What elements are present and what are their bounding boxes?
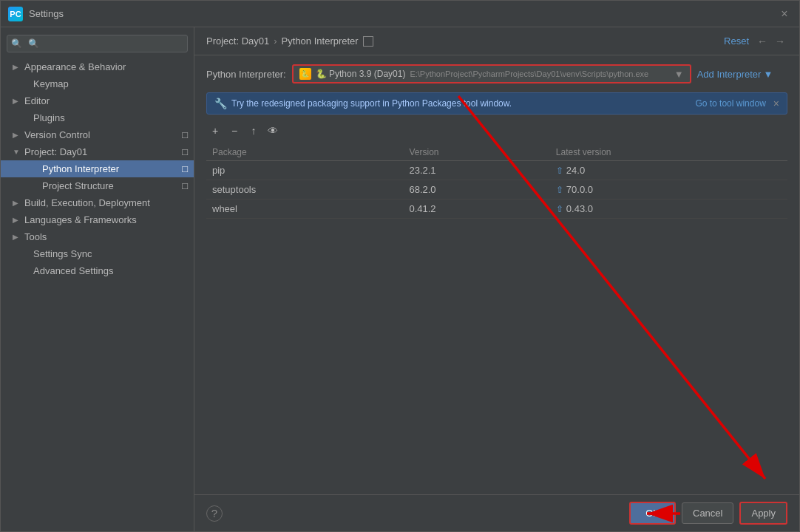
- interpreter-row: Python Interpreter: 🐍 🐍 Python 3.9 (Day0…: [206, 64, 787, 83]
- folder-icon: □: [182, 163, 188, 174]
- up-package-button[interactable]: ↑: [245, 122, 262, 140]
- toolbar: + − ↑ 👁: [206, 122, 787, 140]
- sidebar-item-label: Appearance & Behavior: [24, 61, 126, 72]
- latest-version-value: 24.0: [566, 165, 585, 176]
- sidebar-item-project[interactable]: ▼ Project: Day01 □: [1, 143, 194, 160]
- package-name: pip: [206, 161, 403, 180]
- package-latest-version: ⇧ 24.0: [550, 161, 787, 180]
- arrow-icon: ▶: [13, 216, 21, 224]
- dropdown-arrow-icon: ▼: [674, 69, 684, 80]
- sidebar-item-label: Python Interpreter: [42, 163, 119, 174]
- sidebar-item-languages[interactable]: ▶ Languages & Frameworks: [1, 211, 194, 228]
- sidebar-item-label: Tools: [24, 231, 47, 242]
- search-box[interactable]: 🔍: [7, 35, 188, 52]
- breadcrumb-bar: Project: Day01 › Python Interpreter Rese…: [194, 27, 799, 55]
- nav-arrows: ← →: [755, 34, 787, 49]
- close-button[interactable]: ×: [777, 7, 792, 21]
- search-icon: 🔍: [11, 38, 22, 49]
- add-package-button[interactable]: +: [206, 122, 224, 140]
- package-table: Package Version Latest version pip 23.2.…: [206, 144, 787, 219]
- sidebar-item-appearance[interactable]: ▶ Appearance & Behavior: [1, 58, 194, 75]
- sidebar-item-settings-sync[interactable]: Settings Sync: [1, 245, 194, 262]
- sidebar-item-advanced-settings[interactable]: Advanced Settings: [1, 262, 194, 279]
- sidebar-item-editor[interactable]: ▶ Editor: [1, 92, 194, 109]
- arrow-icon: ▶: [13, 131, 21, 139]
- sidebar-item-label: Build, Execution, Deployment: [24, 197, 150, 208]
- sidebar-item-tools[interactable]: ▶ Tools: [1, 228, 194, 245]
- package-name: setuptools: [206, 180, 403, 200]
- arrow-icon: ▼: [13, 148, 21, 156]
- right-panel: Project: Day01 › Python Interpreter Rese…: [194, 27, 799, 531]
- sidebar-item-build[interactable]: ▶ Build, Execution, Deployment: [1, 194, 194, 211]
- package-version: 23.2.1: [403, 161, 549, 180]
- package-latest-version: ⇧ 0.43.0: [550, 200, 787, 219]
- sidebar-item-label: Settings Sync: [33, 248, 92, 259]
- sidebar-item-label: Editor: [24, 95, 50, 106]
- cancel-button[interactable]: Cancel: [682, 502, 733, 524]
- sidebar-item-python-interpreter[interactable]: Python Interpreter □: [1, 160, 194, 177]
- sidebar-item-label: Languages & Frameworks: [24, 214, 137, 225]
- col-header-package: Package: [206, 144, 403, 161]
- breadcrumb-project: Project: Day01: [206, 35, 269, 47]
- latest-version-value: 70.0.0: [566, 184, 593, 195]
- folder-icon: □: [182, 180, 188, 191]
- info-bar-left: 🔧 Try the redesigned packaging support i…: [214, 98, 512, 109]
- sidebar-item-label: Project Structure: [42, 180, 114, 191]
- package-version: 68.2.0: [403, 180, 549, 200]
- remove-package-button[interactable]: −: [226, 122, 243, 140]
- nav-forward-button[interactable]: →: [773, 34, 787, 49]
- app-icon: PC: [8, 7, 23, 21]
- browse-package-button[interactable]: 👁: [264, 122, 282, 140]
- interpreter-dropdown[interactable]: 🐍 🐍 Python 3.9 (Day01) E:\PythonProject\…: [292, 64, 691, 83]
- footer-bar: ? OK Cancel Apply: [194, 494, 799, 531]
- dialog-title: Settings: [29, 8, 64, 19]
- folder-icon: □: [182, 146, 188, 157]
- help-button[interactable]: ?: [206, 505, 223, 522]
- sidebar-item-label: Keymap: [33, 78, 69, 89]
- upgrade-arrow-icon: ⇧: [556, 166, 563, 176]
- table-row[interactable]: wheel 0.41.2 ⇧ 0.43.0: [206, 200, 787, 219]
- col-header-latest: Latest version: [550, 144, 787, 161]
- interpreter-label: Python Interpreter:: [206, 69, 286, 80]
- sidebar-item-plugins[interactable]: Plugins: [1, 109, 194, 126]
- package-latest-version: ⇧ 70.0.0: [550, 180, 787, 200]
- info-bar: 🔧 Try the redesigned packaging support i…: [206, 92, 787, 115]
- sidebar-item-label: Project: Day01: [24, 146, 87, 157]
- arrow-icon: ▶: [13, 97, 21, 105]
- goto-tool-window-link[interactable]: Go to tool window: [695, 98, 765, 109]
- breadcrumb-separator: ›: [274, 35, 277, 47]
- add-interpreter-button[interactable]: Add Interpreter ▼: [697, 69, 773, 80]
- upgrade-arrow-icon: ⇧: [556, 185, 563, 195]
- package-version: 0.41.2: [403, 200, 549, 219]
- sidebar-item-version-control[interactable]: ▶ Version Control □: [1, 126, 194, 143]
- sidebar-item-label: Version Control: [24, 129, 90, 140]
- info-icon: 🔧: [214, 98, 227, 109]
- reset-button[interactable]: Reset: [724, 35, 749, 47]
- ok-button[interactable]: OK: [629, 502, 676, 525]
- info-close-button[interactable]: ×: [773, 98, 779, 109]
- footer-left: ?: [206, 505, 223, 522]
- sidebar-item-project-structure[interactable]: Project Structure □: [1, 177, 194, 194]
- col-header-version: Version: [403, 144, 549, 161]
- sidebar: 🔍 ▶ Appearance & Behavior Keymap ▶ Edito…: [1, 27, 194, 531]
- arrow-icon: ▶: [13, 199, 21, 207]
- table-row[interactable]: setuptools 68.2.0 ⇧ 70.0.0: [206, 180, 787, 200]
- table-row[interactable]: pip 23.2.1 ⇧ 24.0: [206, 161, 787, 180]
- breadcrumb-icon: [363, 36, 373, 47]
- breadcrumb-page: Python Interpreter: [282, 35, 359, 47]
- footer-right: OK Cancel Apply: [629, 502, 787, 525]
- interpreter-path: E:\PythonProject\PycharmProjects\Day01\v…: [410, 69, 671, 78]
- apply-button[interactable]: Apply: [739, 502, 787, 525]
- add-interpreter-arrow: ▼: [763, 69, 773, 80]
- panel-content: Python Interpreter: 🐍 🐍 Python 3.9 (Day0…: [194, 55, 799, 494]
- package-name: wheel: [206, 200, 403, 219]
- nav-back-button[interactable]: ←: [755, 34, 770, 49]
- latest-version-value: 0.43.0: [566, 203, 593, 214]
- search-input[interactable]: [7, 35, 188, 52]
- upgrade-arrow-icon: ⇧: [556, 204, 563, 214]
- sidebar-item-label: Plugins: [33, 112, 65, 123]
- breadcrumb-actions: Reset ← →: [724, 34, 787, 49]
- sidebar-item-keymap[interactable]: Keymap: [1, 75, 194, 92]
- interpreter-name: 🐍 Python 3.9 (Day01): [316, 69, 406, 79]
- info-message: Try the redesigned packaging support in …: [231, 98, 512, 109]
